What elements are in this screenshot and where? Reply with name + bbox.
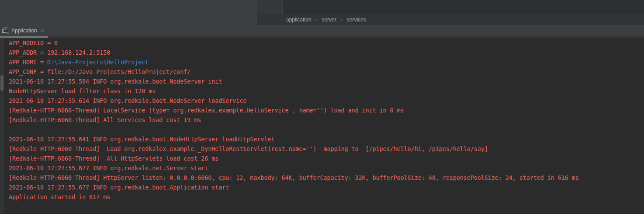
- editor-pane: [0, 0, 257, 25]
- log-text: APP_CONF = file:/D:/Java-Projects/HelloP…: [9, 69, 190, 75]
- log-text: NodeHttpServer load filter class in 120 …: [9, 88, 156, 95]
- log-text: APP_ADDR = 192.168.124.2:5150: [9, 49, 110, 56]
- log-text: [Redkale-HTTP:6060-Thread] Load org.redk…: [9, 146, 488, 152]
- console-line: 2021-06-10 17:27:55.594 INFO org.redkale…: [9, 77, 644, 87]
- console-gutter: [0, 39, 4, 214]
- console-output: APP_NODEID = 0APP_ADDR = 192.168.124.2:5…: [4, 39, 644, 214]
- console-line: 2021-06-10 17:27:55.641 INFO org.redkale…: [9, 135, 644, 144]
- header-right: application›server›services: [257, 0, 644, 25]
- console-line: APP_NODEID = 0: [9, 39, 644, 48]
- console-line: APP_CONF = file:/D:/Java-Projects/HelloP…: [9, 67, 644, 77]
- console-line: NodeHttpServer load filter class in 120 …: [9, 87, 644, 96]
- console-line: 2021-06-10 17:27:55.614 INFO org.redkale…: [9, 96, 644, 106]
- log-text: Application started in 617 ms: [9, 194, 110, 200]
- log-text: 2021-06-10 17:27:55.677 INFO org.redkale…: [9, 165, 208, 172]
- log-text: 2021-06-10 17:27:55.614 INFO org.redkale…: [9, 98, 246, 104]
- run-tool-window: application›server›services Application …: [0, 0, 644, 214]
- console-line: [9, 125, 644, 135]
- tab-label: Application: [11, 28, 37, 34]
- header-row: application›server›services: [0, 0, 644, 25]
- header-upper-strip: [257, 0, 644, 14]
- breadcrumb-item-application[interactable]: application: [286, 17, 311, 23]
- file-link[interactable]: D:\Java-Projects\HelloProject: [47, 59, 149, 66]
- console-panel: APP_NODEID = 0APP_ADDR = 192.168.124.2:5…: [0, 39, 644, 214]
- console-line: APP_ADDR = 192.168.124.2:5150: [9, 48, 644, 58]
- log-text: APP_NODEID = 0: [9, 40, 58, 46]
- console-line: [Redkale-HTTP:6060-Thread] LocalService …: [9, 106, 644, 116]
- console-icon-window: [3, 28, 8, 32]
- console-tabbar: Application ×: [0, 25, 644, 39]
- breadcrumb-item-services[interactable]: services: [347, 17, 366, 23]
- scrollbar-thumb[interactable]: [0, 75, 3, 91]
- console-line: [Redkale-HTTP:6060-Thread] Load org.redk…: [9, 144, 644, 154]
- header-mini-panel: [257, 0, 283, 14]
- tab-application[interactable]: Application ×: [0, 25, 47, 36]
- log-text: [Redkale-HTTP:6060-Thread] All Services …: [9, 117, 201, 123]
- log-text: 2021-06-10 17:27:55.677 INFO org.redkale…: [9, 184, 229, 191]
- console-line: [Redkale-HTTP:6060-Thread] All Services …: [9, 116, 644, 125]
- console-line: APP_HOME = D:\Java-Projects\HelloProject: [9, 58, 644, 67]
- breadcrumb-separator-icon: ›: [315, 17, 317, 23]
- log-text: 2021-06-10 17:27:55.594 INFO org.redkale…: [9, 78, 222, 85]
- running-status-dot: [7, 32, 9, 35]
- console-run-icon: [2, 28, 9, 34]
- log-text: [Redkale-HTTP:6060-Thread] HttpServer li…: [9, 175, 579, 181]
- log-text: [Redkale-HTTP:6060-Thread] LocalService …: [9, 107, 404, 114]
- console-line: [Redkale-HTTP:6060-Thread] HttpServer li…: [9, 173, 644, 183]
- tabbar-bottom-border: [0, 36, 644, 39]
- log-text: [Redkale-HTTP:6060-Thread] All HttpServl…: [9, 155, 218, 162]
- breadcrumb-item-server[interactable]: server: [322, 17, 336, 23]
- console-line: 2021-06-10 17:27:55.677 INFO org.redkale…: [9, 183, 644, 193]
- breadcrumb: application›server›services: [257, 14, 644, 25]
- header-upper-rest: [283, 0, 644, 14]
- console-line: Application started in 617 ms: [9, 193, 644, 202]
- log-text: APP_HOME =: [9, 59, 47, 66]
- active-tab-underline: [0, 36, 48, 38]
- log-text: 2021-06-10 17:27:55.641 INFO org.redkale…: [9, 136, 274, 143]
- breadcrumb-separator-icon: ›: [341, 17, 343, 23]
- close-icon[interactable]: ×: [41, 28, 44, 34]
- console-line: [Redkale-HTTP:6060-Thread] All HttpServl…: [9, 154, 644, 164]
- console-line: 2021-06-10 17:27:55.677 INFO org.redkale…: [9, 164, 644, 173]
